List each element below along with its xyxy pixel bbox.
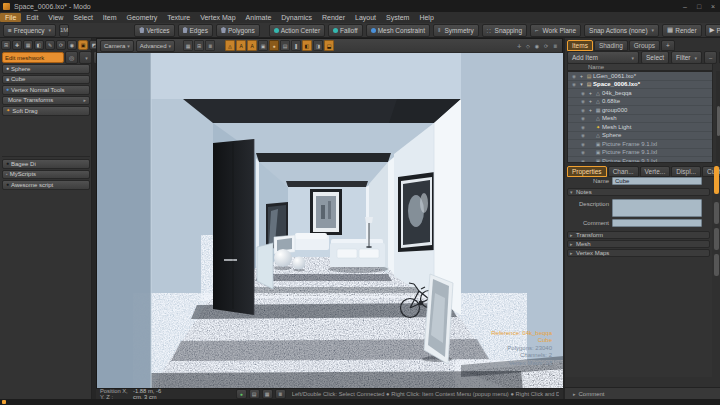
viewport-icon-button[interactable]: ▦ [183, 40, 193, 51]
window-control-button[interactable]: – [678, 3, 692, 10]
tool-toggle-button[interactable]: Symmetry [433, 24, 479, 37]
camera-view-dropdown[interactable]: Camera [100, 40, 134, 52]
viewport-overlay-icon-button[interactable]: ◇ [524, 41, 532, 50]
viewport-tool-icon-button[interactable]: ◬ [225, 40, 235, 51]
palette-icon-button[interactable]: ◧ [34, 40, 44, 50]
visibility-eye-icon[interactable] [579, 158, 587, 163]
tree-item-row[interactable]: Picture Frame 9.1.lxl [568, 157, 712, 163]
properties-tab[interactable]: Properties [567, 166, 607, 177]
menu-item[interactable]: Vertex Map [195, 13, 240, 22]
tool-button[interactable]: Soft Drag [2, 106, 90, 116]
collapsed-section-header[interactable]: Mesh [567, 240, 710, 248]
viewport-tool-icon-button[interactable]: A [247, 40, 257, 51]
item-list-tab[interactable]: Shading [594, 40, 628, 51]
properties-tab[interactable]: Chan... [608, 166, 639, 177]
script-button[interactable]: MyScripts [2, 170, 90, 180]
viewport-tool-icon-button[interactable]: ▣ [258, 40, 268, 51]
comment-field-input[interactable] [612, 219, 702, 227]
item-list-tab[interactable]: + [661, 40, 675, 51]
menu-item[interactable]: File [0, 13, 21, 22]
viewport-overlay-icon-button[interactable]: ◉ [533, 41, 541, 50]
viewport-tool-icon-button[interactable]: ▤ [280, 40, 290, 51]
script-button[interactable]: Bagee Di [2, 159, 90, 169]
selection-mode-button[interactable]: Edges [178, 24, 213, 37]
tree-item-row[interactable]: + 0.68lte [568, 98, 712, 107]
status-icon-button[interactable]: ▤ [249, 389, 260, 399]
visibility-eye-icon[interactable] [570, 81, 578, 87]
shading-mode-dropdown[interactable]: Advanced [136, 40, 175, 52]
menu-item[interactable]: Geometry [121, 13, 162, 22]
menu-item[interactable]: Layout [350, 13, 381, 22]
tool-toggle-button[interactable]: Falloff [328, 24, 363, 37]
viewport-icon-button[interactable]: ⊞ [194, 40, 204, 51]
window-control-button[interactable]: × [706, 3, 720, 10]
palette-icon-button[interactable]: ✎ [45, 40, 55, 50]
viewport-tool-icon-button[interactable]: ◧ [302, 40, 312, 51]
selection-mode-button[interactable]: Polygons [216, 24, 260, 37]
viewport-tool-icon-button[interactable]: ❚ [291, 40, 301, 51]
menu-item[interactable]: Select [68, 13, 97, 22]
comment-drawer-bar[interactable]: Comment [565, 387, 720, 399]
menu-item[interactable]: Animate [241, 13, 277, 22]
tree-item-row[interactable]: Mesh Light [568, 123, 712, 132]
tree-item-row[interactable]: + 04k_beqqa [568, 89, 712, 98]
expand-toggle-icon[interactable]: + [587, 90, 594, 96]
tree-item-row[interactable]: Picture Frame 9.1.lxl [568, 149, 712, 158]
visibility-eye-icon[interactable] [579, 107, 587, 113]
tree-item-row[interactable]: + group000 [568, 106, 712, 115]
expand-toggle-icon[interactable]: + [578, 73, 585, 79]
search-icon[interactable]: ◎ [65, 51, 78, 64]
tool-button[interactable]: Sphere [2, 64, 90, 74]
tool-toggle-button[interactable]: Mesh Constraint [366, 24, 430, 37]
viewport-tool-icon-button[interactable]: ● [269, 40, 279, 51]
status-icon-button[interactable]: ≣ [275, 389, 286, 399]
tree-item-row[interactable]: Mesh [568, 115, 712, 124]
active-vertical-tab[interactable] [714, 166, 719, 194]
properties-tab[interactable]: Verte... [640, 166, 671, 177]
tool-toggle-button[interactable]: Snapping [482, 24, 527, 37]
menu-item[interactable]: Help [414, 13, 438, 22]
menu-item[interactable]: Edit [21, 13, 43, 22]
tree-scrollbar-thumb[interactable] [717, 106, 720, 136]
viewport-icon-button[interactable]: ≣ [205, 40, 215, 51]
viewport-tool-icon-button[interactable]: ⬓ [324, 40, 334, 51]
expand-toggle-icon[interactable]: + [587, 107, 594, 113]
expand-toggle-icon[interactable]: + [587, 98, 594, 104]
visibility-eye-icon[interactable] [579, 98, 587, 104]
vertical-tab[interactable] [714, 228, 719, 250]
description-field-input[interactable] [612, 199, 702, 217]
item-list-tab[interactable]: Items [567, 40, 593, 51]
status-icon-button[interactable]: ▦ [262, 389, 273, 399]
frequency-dropdown[interactable]: ≡ Frequency [3, 24, 56, 37]
palette-icon-button[interactable]: ▣ [78, 40, 88, 50]
status-icon-button[interactable]: ● [236, 389, 247, 399]
tool-button[interactable]: More Transforms [2, 96, 90, 106]
tool-button[interactable]: Vertex Normal Tools [2, 85, 90, 95]
viewport-overlay-icon-button[interactable]: ✛ [515, 41, 523, 50]
palette-icon-button[interactable]: ✚ [12, 40, 22, 50]
tool-toggle-button[interactable]: Action Center [269, 24, 325, 37]
tool-toggle-button[interactable]: Work Plane [530, 24, 581, 37]
menu-item[interactable]: Item [98, 13, 122, 22]
visibility-eye-icon[interactable] [579, 141, 587, 147]
tree-item-row[interactable]: ▾ Space_0006.lxo* [568, 81, 712, 90]
tree-item-row[interactable]: + LGen_0061.lxo* [568, 72, 712, 81]
tree-item-row[interactable]: Sphere [568, 132, 712, 141]
collapsed-section-header[interactable]: Transform [567, 231, 710, 239]
viewport-overlay-icon-button[interactable]: ≣ [551, 41, 559, 50]
item-list-tab[interactable]: Groups [629, 40, 660, 51]
palette-icon-button[interactable]: ▦ [23, 40, 33, 50]
script-button[interactable]: Awesome script [2, 180, 90, 190]
vertical-tab[interactable] [714, 254, 719, 276]
tool-search-input[interactable]: Edit meshwork [2, 52, 64, 63]
tree-scrollbar[interactable] [716, 71, 720, 163]
menu-item[interactable]: System [381, 13, 414, 22]
menu-item[interactable]: View [43, 13, 68, 22]
expand-toggle-icon[interactable]: ▾ [578, 81, 585, 87]
3d-viewport[interactable]: Camera Advanced ▦⊞≣ ◬AA▣●▤❚◧◨⬓ ✛◇◉⟳≣ [96, 38, 563, 388]
notes-section-header[interactable]: Notes [567, 188, 710, 196]
snap-actions-dropdown[interactable]: Snap Actions (none) [584, 24, 659, 37]
visibility-eye-icon[interactable] [579, 124, 587, 130]
properties-tab[interactable]: Displ... [671, 166, 701, 177]
menu-item[interactable]: Render [317, 13, 350, 22]
